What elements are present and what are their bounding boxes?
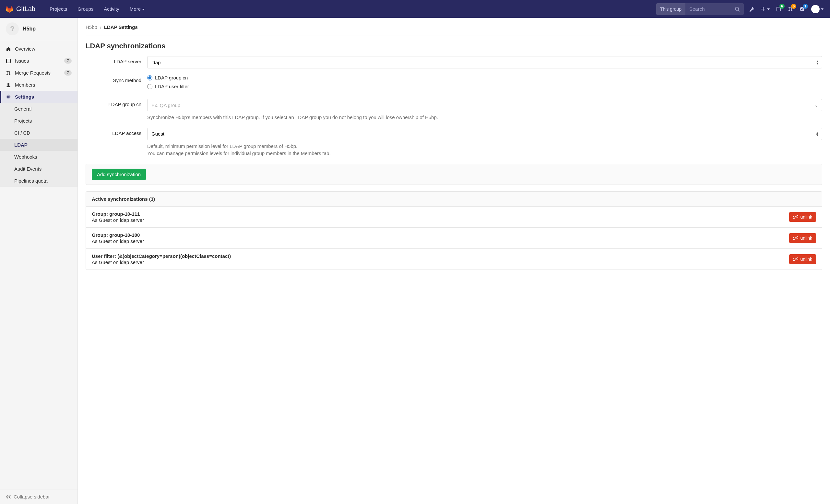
radio-user-filter-input[interactable] xyxy=(147,84,152,89)
radio-ldap-user-filter[interactable]: LDAP user filter xyxy=(147,84,822,89)
sidebar-item-label: Issues xyxy=(15,58,29,64)
admin-wrench[interactable] xyxy=(748,5,756,13)
ldap-access-label: LDAP access xyxy=(86,128,147,136)
radio-group-cn-input[interactable] xyxy=(147,75,152,81)
issues-count: 7 xyxy=(64,58,72,64)
ldap-access-select[interactable]: Guest xyxy=(147,128,822,140)
chevron-right-icon: › xyxy=(100,24,101,30)
nav-links: Projects Groups Activity More xyxy=(44,0,150,18)
svg-point-9 xyxy=(6,74,8,75)
svg-point-10 xyxy=(9,74,10,75)
breadcrumb-current: LDAP Settings xyxy=(104,24,138,30)
row-ldap-group-cn: LDAP group cn ⌄ Synchronize H5bp's membe… xyxy=(86,99,822,121)
sidebar-item-label: Overview xyxy=(15,46,35,52)
gitlab-logo[interactable]: GitLab xyxy=(5,5,35,13)
collapse-label: Collapse sidebar xyxy=(13,494,50,500)
sync-row: Group: group-10-111 As Guest on ldap ser… xyxy=(86,207,822,228)
svg-point-8 xyxy=(6,71,8,72)
user-avatar xyxy=(811,5,820,13)
sub-cicd[interactable]: CI / CD xyxy=(0,127,77,139)
sub-audit-events[interactable]: Audit Events xyxy=(0,163,77,175)
sync-row: Group: group-10-100 As Guest on ldap ser… xyxy=(86,228,822,249)
nav-activity[interactable]: Activity xyxy=(99,0,125,18)
gear-icon xyxy=(6,94,11,100)
sync-sub: As Guest on ldap server xyxy=(92,259,231,265)
wrench-icon xyxy=(749,6,754,12)
svg-line-1 xyxy=(738,10,739,11)
page-title: LDAP synchronizations xyxy=(86,42,822,50)
navbar-left: GitLab Projects Groups Activity More xyxy=(5,0,150,18)
nav-groups[interactable]: Groups xyxy=(72,0,99,18)
breadcrumb: H5bp › LDAP Settings xyxy=(86,24,822,35)
svg-point-11 xyxy=(7,83,9,85)
search-input[interactable] xyxy=(685,3,731,15)
sidebar-item-label: Settings xyxy=(15,94,34,100)
sync-sub: As Guest on ldap server xyxy=(92,239,144,244)
brand-text: GitLab xyxy=(16,5,35,13)
unlink-icon xyxy=(793,256,798,262)
search-icon xyxy=(735,6,740,12)
tanuki-icon xyxy=(5,5,13,13)
unlink-icon xyxy=(793,235,798,241)
sub-pipelines-quota[interactable]: Pipelines quota xyxy=(0,175,77,187)
sidebar-item-merge-requests[interactable]: Merge Requests 7 xyxy=(0,67,77,79)
settings-submenu: General Projects CI / CD LDAP Webhooks A… xyxy=(0,103,77,187)
issues-badge: 6 xyxy=(779,4,785,9)
svg-point-4 xyxy=(789,10,790,11)
new-dropdown[interactable] xyxy=(759,5,771,13)
mr-badge: 6 xyxy=(791,4,796,9)
unlink-icon xyxy=(793,214,798,220)
unlink-button[interactable]: unlink xyxy=(789,233,816,243)
sub-webhooks[interactable]: Webhooks xyxy=(0,151,77,163)
sidebar-item-overview[interactable]: Overview xyxy=(0,43,77,55)
row-sync-method: Sync method LDAP group cn LDAP user filt… xyxy=(86,75,822,92)
svg-point-0 xyxy=(735,7,739,10)
sidebar-item-settings[interactable]: Settings xyxy=(0,91,77,103)
unlink-button[interactable]: unlink xyxy=(789,212,816,222)
chevron-down-icon xyxy=(141,6,145,12)
content: H5bp › LDAP Settings LDAP synchronizatio… xyxy=(78,18,830,504)
radio-ldap-group-cn[interactable]: LDAP group cn xyxy=(147,75,822,81)
nav-projects[interactable]: Projects xyxy=(44,0,72,18)
issues-link[interactable]: 6 xyxy=(775,5,783,13)
plus-icon xyxy=(761,6,766,12)
sync-row: User filter: (&(objectCategory=person)(o… xyxy=(86,249,822,270)
collapse-sidebar[interactable]: Collapse sidebar xyxy=(0,489,77,504)
unlink-button[interactable]: unlink xyxy=(789,254,816,264)
search-button[interactable] xyxy=(731,3,744,15)
sidebar-item-label: Members xyxy=(15,82,35,88)
merge-request-icon xyxy=(6,70,11,75)
search-wrap: This group xyxy=(656,3,744,15)
members-icon xyxy=(6,83,11,88)
sidebar-item-members[interactable]: Members xyxy=(0,79,77,91)
row-ldap-server: LDAP server ldap ▲▼ xyxy=(86,56,822,68)
group-avatar: ? xyxy=(6,22,19,35)
navbar-right: This group 6 6 1 xyxy=(656,3,825,15)
todos-link[interactable]: 1 xyxy=(798,5,806,13)
search-scope[interactable]: This group xyxy=(656,3,685,15)
sub-general[interactable]: General xyxy=(0,103,77,115)
sidebar-item-issues[interactable]: Issues 7 xyxy=(0,55,77,67)
svg-rect-7 xyxy=(6,59,10,63)
add-synchronization-button[interactable]: Add synchronization xyxy=(92,169,146,180)
action-bar: Add synchronization xyxy=(86,164,822,185)
ldap-group-cn-input[interactable] xyxy=(147,99,822,111)
nav-more[interactable]: More xyxy=(125,0,150,18)
sub-ldap[interactable]: LDAP xyxy=(0,139,77,151)
row-ldap-access: LDAP access Guest ▲▼ Default, minimum pe… xyxy=(86,128,822,157)
ldap-access-help: Default, minimum permission level for LD… xyxy=(147,143,822,157)
ldap-group-cn-help: Synchronize H5bp's members with this LDA… xyxy=(147,114,822,121)
merge-requests-link[interactable]: 6 xyxy=(787,5,794,13)
ldap-server-label: LDAP server xyxy=(86,56,147,64)
breadcrumb-root[interactable]: H5bp xyxy=(86,24,97,30)
sidebar: ? H5bp Overview Issues 7 Merge Requests … xyxy=(0,18,78,504)
sync-title: Group: group-10-111 xyxy=(92,211,144,217)
ldap-server-select[interactable]: ldap xyxy=(147,56,822,68)
sync-method-label: Sync method xyxy=(86,75,147,83)
sub-projects[interactable]: Projects xyxy=(0,115,77,127)
user-menu[interactable] xyxy=(810,4,825,14)
navbar: GitLab Projects Groups Activity More Thi… xyxy=(0,0,830,18)
sidebar-header[interactable]: ? H5bp xyxy=(0,18,77,40)
sync-title: User filter: (&(objectCategory=person)(o… xyxy=(92,253,231,259)
home-icon xyxy=(6,46,11,52)
